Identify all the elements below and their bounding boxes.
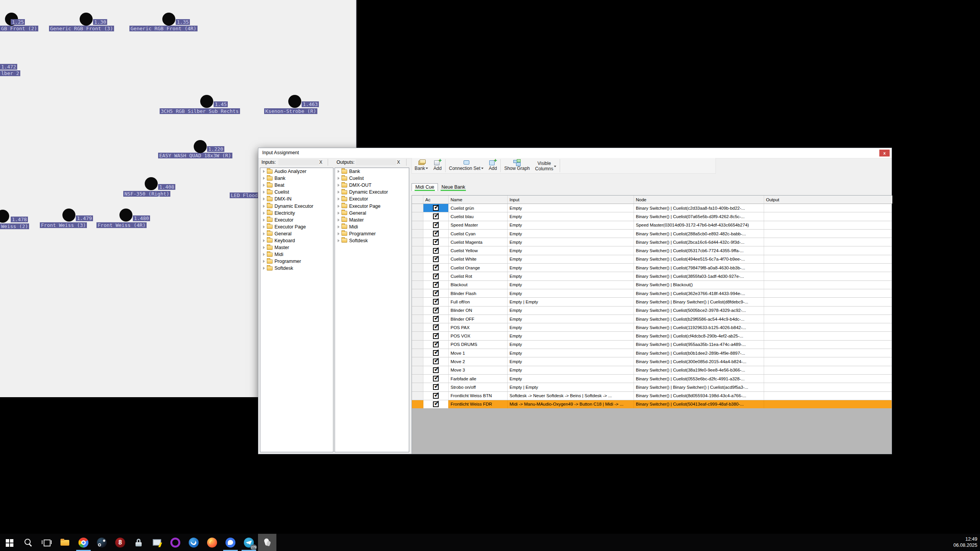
taskbar-task-view-button[interactable]: [38, 534, 56, 551]
table-row[interactable]: Cuelist YellowEmptyBinary Switcher() | C…: [412, 246, 892, 255]
outputs-clear-button[interactable]: X: [395, 160, 402, 165]
fixture-circle[interactable]: [62, 209, 75, 222]
active-checkbox[interactable]: [433, 290, 439, 296]
table-row[interactable]: POS PAXEmptyBinary Switcher() | Cuelist(…: [412, 323, 892, 332]
active-checkbox[interactable]: [433, 231, 439, 236]
table-row[interactable]: Cuelist CyanEmptyBinary Switcher() | Cue…: [412, 230, 892, 238]
expander-icon[interactable]: [263, 218, 265, 222]
expander-icon[interactable]: [338, 170, 340, 173]
input-tree-item[interactable]: Midi: [260, 251, 333, 258]
expander-icon[interactable]: [263, 197, 265, 201]
taskbar-red-app-icon[interactable]: 8: [111, 534, 129, 551]
table-row[interactable]: Cuelist OrangeEmptyBinary Switcher() | C…: [412, 264, 892, 272]
output-tree-item[interactable]: Softdesk: [335, 237, 409, 244]
expander-icon[interactable]: [338, 212, 340, 215]
add-connection-button[interactable]: Add: [486, 158, 500, 173]
fixture-name-label[interactable]: Ksenon-Strobe (R): [264, 108, 317, 114]
row-selector-cell[interactable]: [412, 221, 423, 229]
table-row[interactable]: Blinder ONEmptyBinary Switcher() | Cueli…: [412, 306, 892, 315]
output-tree-item[interactable]: Midi: [335, 223, 409, 230]
output-tree-item[interactable]: Master: [335, 217, 409, 223]
add-bank-button[interactable]: Add: [431, 158, 444, 173]
input-tree-item[interactable]: Executor Page: [260, 223, 333, 230]
fixture-circle[interactable]: [288, 95, 301, 108]
fixture-address-label[interactable]: 1.220: [207, 146, 224, 152]
fixture-address-label[interactable]: 1.25: [11, 19, 25, 25]
fixture-name-label[interactable]: Generic RGB Front (4R): [129, 26, 198, 31]
fixture-circle[interactable]: [162, 13, 175, 26]
table-row[interactable]: Farbfade alleEmptyBinary Switcher() | Cu…: [412, 375, 892, 383]
table-row[interactable]: Speed MasterEmptySpeed Master(03014d09-3…: [412, 221, 892, 230]
row-selector-cell[interactable]: [412, 238, 423, 246]
expander-icon[interactable]: [263, 253, 265, 256]
fixture-name-label[interactable]: EASY WASH QUAD 18x3W (R): [158, 153, 232, 158]
row-selector-cell[interactable]: [412, 323, 423, 331]
fixture-name-label[interactable]: 3CH5 RGB Silber Sub Rechts: [160, 108, 240, 114]
active-checkbox[interactable]: [433, 308, 439, 313]
table-row[interactable]: Move 3EmptyBinary Switcher() | Cuelist(3…: [412, 366, 892, 375]
taskbar-thunderbird-icon[interactable]: [185, 534, 203, 551]
column-header-ac[interactable]: Ac: [423, 196, 449, 204]
table-row[interactable]: Cuelist grünEmptyBinary Switcher() | Cue…: [412, 204, 892, 212]
taskbar-dmxcontrol-icon[interactable]: [258, 534, 276, 551]
row-selector-cell[interactable]: [412, 272, 423, 280]
expander-icon[interactable]: [338, 197, 340, 201]
fixture-address-label[interactable]: 1.479: [76, 215, 93, 221]
fixture-circle[interactable]: [200, 95, 213, 108]
inputs-clear-button[interactable]: X: [318, 160, 324, 165]
row-selector-cell[interactable]: [412, 264, 423, 272]
input-tree-item[interactable]: Bank: [260, 175, 333, 182]
row-selector-cell[interactable]: [412, 281, 423, 289]
input-tree-item[interactable]: Electricity: [260, 210, 333, 217]
fixture-name-label[interactable]: Front Weiss (3): [40, 222, 87, 228]
tab-midi-cue[interactable]: Midi Cue: [412, 183, 438, 191]
expander-icon[interactable]: [263, 267, 265, 270]
expander-icon[interactable]: [338, 218, 340, 222]
row-selector-cell[interactable]: [412, 289, 423, 297]
active-checkbox[interactable]: [433, 265, 439, 271]
fixture-address-label[interactable]: 1.463: [302, 101, 319, 107]
input-tree-item[interactable]: Master: [260, 244, 333, 251]
fixture-name-label[interactable]: NSF-350 (Right): [123, 191, 170, 197]
fixture-name-label[interactable]: LED Flood: [230, 192, 259, 198]
table-row[interactable]: Frontlicht Weiss FDRMidi -> Manu-MAudio-…: [412, 400, 892, 409]
fixture-name-label[interactable]: Front Weiss (4R): [96, 222, 147, 228]
tab-neue-bank[interactable]: Neue Bank: [438, 184, 469, 191]
expander-icon[interactable]: [263, 239, 265, 242]
expander-icon[interactable]: [338, 205, 340, 208]
row-selector-cell[interactable]: [412, 400, 423, 408]
table-row[interactable]: Blinder FlashEmptyBinary Switcher() | Cu…: [412, 289, 892, 298]
expander-icon[interactable]: [263, 212, 265, 215]
expander-icon[interactable]: [338, 225, 340, 228]
row-selector-cell[interactable]: [412, 204, 423, 212]
output-tree-item[interactable]: DMX-OUT: [335, 182, 409, 189]
expander-icon[interactable]: [263, 260, 265, 263]
active-checkbox[interactable]: [433, 401, 439, 407]
table-row[interactable]: Cuelist WhiteEmptyBinary Switcher() | Cu…: [412, 255, 892, 264]
fixture-name-label[interactable]: Generic RGB Front (3): [49, 26, 114, 31]
output-tree-item[interactable]: Programmer: [335, 230, 409, 237]
row-selector-cell[interactable]: [412, 298, 423, 306]
row-selector-cell[interactable]: [412, 375, 423, 383]
table-row[interactable]: Frontlicht Weiss BTNSoftdesk -> Neuer So…: [412, 392, 892, 400]
connection-set-button[interactable]: Connection Set: [446, 158, 486, 173]
active-checkbox[interactable]: [433, 393, 439, 399]
input-tree-item[interactable]: Dynamic Executor: [260, 202, 333, 209]
active-checkbox[interactable]: [433, 350, 439, 356]
table-row[interactable]: Cuelist RotEmptyBinary Switcher() | Cuel…: [412, 272, 892, 280]
row-selector-cell[interactable]: [412, 332, 423, 340]
active-checkbox[interactable]: [433, 333, 439, 339]
output-tree-item[interactable]: Bank: [335, 168, 409, 175]
row-selector-cell[interactable]: [412, 212, 423, 220]
fixture-name-label[interactable]: GB Front (2): [0, 26, 38, 31]
table-row[interactable]: Move 1EmptyBinary Switcher() | Cuelist(b…: [412, 349, 892, 357]
fixture-circle[interactable]: [145, 177, 158, 190]
active-checkbox[interactable]: [433, 248, 439, 254]
active-checkbox[interactable]: [433, 282, 439, 288]
table-row[interactable]: POS VOXEmptyBinary Switcher() | Cuelist(…: [412, 332, 892, 340]
row-selector-cell[interactable]: [412, 357, 423, 365]
expander-icon[interactable]: [338, 177, 340, 180]
expander-icon[interactable]: [263, 170, 265, 173]
active-checkbox[interactable]: [433, 324, 439, 330]
input-tree-item[interactable]: Keyboard: [260, 237, 333, 244]
